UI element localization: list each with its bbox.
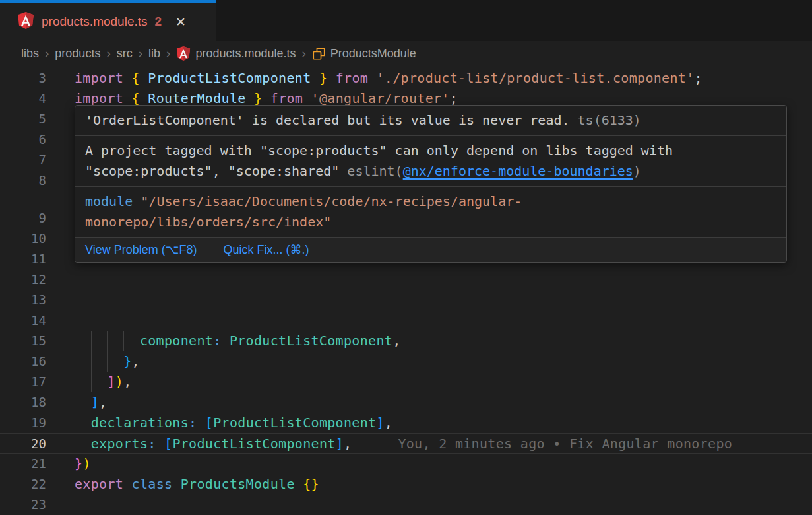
code-token: RouterModule	[148, 90, 245, 106]
code-line-12: 12	[0, 269, 812, 290]
breadcrumb-item-src[interactable]: src	[117, 47, 133, 61]
code-token: ProductListComponent	[172, 436, 335, 452]
code-line-content[interactable]: component: ProductListComponent,	[75, 331, 401, 351]
code-token: )	[82, 456, 90, 471]
code-token: ,	[392, 333, 400, 349]
code-line-content[interactable]: ]),	[75, 372, 132, 392]
vscode-window: products.module.ts 2 ✕ libs›products›src…	[0, 0, 812, 515]
code-token: }	[254, 90, 262, 106]
hover-section-eslint-diagnostic: A project tagged with "scope:products" c…	[75, 135, 786, 186]
code-token: from	[336, 70, 368, 86]
code-line-content[interactable]: import { ProductListComponent } from './…	[75, 68, 703, 88]
line-number: 11	[0, 249, 46, 269]
hover-text	[133, 193, 141, 209]
view-problem-button[interactable]: View Problem (⌥F8)	[85, 243, 197, 256]
code-token	[327, 70, 335, 86]
code-token	[75, 415, 91, 430]
code-token: :	[148, 436, 156, 452]
hover-section-module-info: module "/Users/isaac/Documents/code/nx-r…	[75, 186, 786, 237]
hover-status-bar: View Problem (⌥F8)Quick Fix... (⌘.)	[75, 237, 786, 262]
code-token	[303, 90, 311, 106]
code-line-content[interactable]: export class ProductsModule {}	[75, 474, 319, 495]
breadcrumb-label: lib	[148, 47, 160, 61]
line-number: 23	[0, 495, 46, 515]
close-icon[interactable]: ✕	[175, 15, 186, 30]
code-line-content[interactable]: ],	[75, 392, 107, 413]
code-token: ]	[336, 436, 344, 452]
hover-text: "/Users/isaac/Documents/code/nx-recipes/…	[141, 193, 522, 209]
angular-icon	[17, 11, 34, 32]
code-token: }	[319, 70, 327, 86]
active-tab[interactable]: products.module.ts 2 ✕	[0, 0, 216, 41]
code-token	[368, 70, 376, 86]
code-token: {	[132, 90, 140, 106]
hover-section-ts-diagnostic: 'OrderListComponent' is declared but its…	[75, 106, 786, 135]
chevron-right-icon: ›	[296, 46, 311, 61]
code-line-content[interactable]: exports: [ProductListComponent],You, 2 m…	[75, 434, 732, 454]
angular-icon	[176, 46, 191, 61]
hover-text: monorepo/libs/orders/src/index"	[85, 214, 331, 230]
code-line-14: 14	[0, 310, 812, 331]
hover-message-line: module "/Users/isaac/Documents/code/nx-r…	[85, 191, 776, 212]
hover-text: eslint(	[347, 163, 402, 179]
class-icon	[312, 47, 326, 61]
breadcrumb-label: products.module.ts	[195, 47, 296, 61]
code-token	[123, 90, 131, 106]
code-token: './product-list/product-list.component'	[376, 70, 694, 86]
breadcrumb-label: ProductsModule	[330, 47, 416, 61]
line-number: 19	[0, 413, 46, 433]
breadcrumb-item-products-module-ts[interactable]: products.module.ts	[176, 46, 296, 61]
chevron-right-icon: ›	[133, 46, 148, 61]
breadcrumb-label: libs	[21, 47, 39, 61]
hover-message-line: "scope:products", "scope:shared" eslint(…	[85, 161, 776, 182]
breadcrumb-label: src	[117, 47, 133, 61]
code-token	[123, 476, 131, 492]
code-token: ;	[695, 70, 703, 86]
code-token: component	[140, 333, 213, 349]
code-token: )	[115, 374, 123, 390]
code-token	[295, 476, 303, 492]
breadcrumb-item-productsmodule[interactable]: ProductsModule	[312, 47, 416, 61]
code-token: }	[75, 456, 82, 471]
breadcrumb-item-libs[interactable]: libs	[21, 47, 39, 61]
chevron-right-icon: ›	[39, 46, 55, 61]
code-line-3: 3import { ProductListComponent } from '.…	[0, 68, 812, 88]
code-token	[172, 476, 180, 492]
hover-message-line: monorepo/libs/orders/src/index"	[85, 212, 776, 232]
code-token: {	[132, 70, 140, 86]
line-number: 4	[0, 88, 46, 109]
code-token	[75, 374, 107, 390]
code-line-22: 22export class ProductsModule {}	[0, 474, 812, 495]
line-number: 5	[0, 109, 46, 129]
code-line-20: 20 exports: [ProductListComponent],You, …	[0, 433, 812, 454]
tab-title: products.module.ts	[42, 15, 148, 29]
breadcrumb-item-lib[interactable]: lib	[148, 47, 160, 61]
code-token	[246, 90, 254, 106]
line-number: 12	[0, 269, 46, 290]
code-token	[75, 333, 140, 349]
hover-message-line: 'OrderListComponent' is declared but its…	[85, 110, 776, 131]
code-token: ,	[385, 415, 392, 430]
eslint-rule-link[interactable]: @nx/enforce-module-boundaries	[403, 163, 633, 179]
code-token	[311, 70, 319, 86]
code-token	[140, 70, 148, 86]
code-token: '@angular/router'	[311, 90, 450, 106]
code-line-content[interactable]: declarations: [ProductListComponent],	[75, 413, 392, 433]
quick-fix-button[interactable]: Quick Fix... (⌘.)	[223, 243, 309, 256]
code-token: ]	[107, 374, 115, 390]
code-line-15: 15 component: ProductListComponent,	[0, 331, 812, 351]
code-line-16: 16 },	[0, 351, 812, 372]
breadcrumb-label: products	[55, 47, 100, 61]
code-line-content[interactable]: })	[75, 454, 91, 474]
code-token	[262, 90, 270, 106]
line-number: 17	[0, 372, 46, 392]
breadcrumb-item-products[interactable]: products	[55, 47, 100, 61]
chevron-right-icon: ›	[160, 46, 176, 61]
diagnostic-hover-popup: 'OrderListComponent' is declared but its…	[75, 105, 787, 263]
code-token	[75, 436, 91, 452]
code-line-content[interactable]: },	[75, 351, 140, 372]
hover-text: module	[85, 193, 133, 209]
line-number: 22	[0, 474, 46, 495]
code-token: :	[189, 415, 197, 430]
hover-text: A project tagged with "scope:products" c…	[85, 143, 673, 158]
